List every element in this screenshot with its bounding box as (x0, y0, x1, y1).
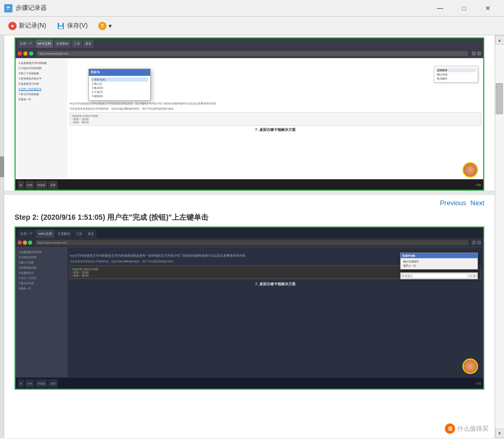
save-icon (57, 22, 65, 30)
sim-context-menu: 选项菜单 确认完成 取消操作 (434, 66, 478, 83)
scroll-thumb[interactable] (496, 83, 503, 114)
sim-sidebar-item-7: 7.第七行内容标题 (18, 91, 65, 97)
sim-doc-content: Axi文字内容描述文字内容描述文字内容描述说明这里有一段详细的文字内容介绍了相关… (70, 102, 481, 132)
dark-taskbar-item-2: 浏览器 (35, 379, 47, 388)
svg-rect-5 (59, 26, 63, 29)
step-title-2: Step 2: (2020/9/16 1:51:05) 用户在"完成 (按钮)"… (15, 213, 484, 222)
sim-browser-tabs: 百度一下 WPS文档 百度翻译 工具 更多 (16, 38, 483, 49)
dark-sim-main: 完成对话框 确认完成操作 返回上一步 I ◁ ▷ ✓ (68, 247, 483, 377)
sim-browser-1: 百度一下 WPS文档 百度翻译 工具 更多 https://www.exampl… (16, 38, 483, 191)
dark-sidebar-item-4: 4.还有更多内容 (18, 265, 65, 270)
sim-tab-3: 百度翻译 (54, 39, 71, 48)
svg-rect-0 (6, 6, 11, 11)
dark-sidebar-item-3: 3.第三个内容 (18, 260, 65, 265)
close-button[interactable]: ✕ (476, 0, 500, 17)
bottom-spacer (4, 395, 495, 405)
window-controls: — □ ✕ (428, 0, 500, 17)
new-record-icon: ● (8, 22, 17, 30)
help-button[interactable]: ? ▾ (94, 20, 116, 32)
sim-code-block: 代码内容 示例文字说明 • 选项一 (完成) • 选项二 (取消) (70, 112, 481, 126)
sim-dialog-title: 另存为 (89, 69, 150, 76)
sim-taskbar-item-1: 文档 (25, 181, 34, 189)
maximize-button[interactable]: □ (452, 0, 476, 17)
center-content[interactable]: 百度一下 WPS文档 百度翻译 工具 更多 https://www.exampl… (4, 35, 495, 438)
divider-1 (4, 191, 495, 195)
step-nav: Previous Next (4, 195, 495, 211)
step-header-2: Step 2: (2020/9/16 1:51:05) 用户在"完成 (按钮)"… (4, 211, 495, 227)
sim-dialog-item-4: 4 工具(T) (91, 90, 148, 94)
app-title: 步骤记录器 (16, 4, 428, 12)
sim-tab-4: 工具 (72, 39, 82, 48)
left-sidebar (0, 35, 4, 438)
new-record-button[interactable]: ● 新记录(N) (4, 19, 50, 32)
screenshot-frame-1: 百度一下 WPS文档 百度翻译 工具 更多 https://www.exampl… (15, 37, 484, 191)
corner-avatar-2 (462, 358, 478, 374)
dark-sim-tab-4: 工具 (73, 230, 85, 238)
dark-floating-dialog: 完成对话框 确认完成操作 返回上一步 (400, 252, 478, 270)
save-button[interactable]: 保存(V) (52, 19, 92, 32)
dark-taskbar-time: 1:51 (476, 382, 481, 385)
previous-link[interactable]: Previous (440, 199, 467, 207)
dark-sim-browser: 百度一下 WPS文档 百度翻译 工具 更多 https://www.exampl… (16, 228, 483, 389)
scroll-down-arrow[interactable]: ▼ (495, 429, 505, 438)
sim-dialog-item-5: 5 帮助(H) (91, 94, 148, 98)
right-scrollbar[interactable]: ▲ ▼ (495, 35, 504, 438)
dark-sim-tabs: 百度一下 WPS文档 百度翻译 工具 更多 (16, 228, 483, 238)
scroll-up-arrow[interactable]: ▲ (495, 35, 505, 45)
main-toolbar: ● 新记录(N) 保存(V) ? ▾ (0, 17, 504, 35)
sim-dialog-item-2: 2 插入(I) (91, 82, 148, 86)
sim-sidebar-item-2: 2.介绍文字内容说明 (18, 65, 65, 71)
sim-tab-1: 百度一下 (18, 39, 34, 48)
dark-floating-toolbar: I ◁ ▷ ✓ ✕ (400, 272, 478, 280)
minimize-button[interactable]: — (428, 0, 452, 17)
watermark-text: 什么值得买 (457, 424, 488, 433)
dark-taskbar-start: ⊞ (18, 379, 24, 388)
dark-sim-tab-5: 更多 (85, 230, 97, 238)
dark-sim-tab-3: 百度翻译 (55, 230, 73, 238)
dark-sim-tab-1: 百度一下 (18, 230, 35, 238)
sim-dialog: 另存为 1 另存为(A) 2 插入(I) 3 格式(O) 4 工具(T) 5 帮… (88, 69, 151, 101)
dark-sidebar-item-8: 8.最后一行 (18, 286, 65, 291)
dark-taskbar-item-1: 文档 (25, 379, 34, 388)
svg-rect-2 (7, 9, 9, 9)
screenshot-inner-1: 百度一下 WPS文档 百度翻译 工具 更多 https://www.exampl… (16, 38, 483, 191)
watermark-logo: 值 (445, 423, 455, 434)
dark-taskbar: ⊞ 文档 浏览器 设置 1:51 (16, 377, 483, 389)
app-icon (4, 4, 12, 12)
sim-browser-body: 1.这是标题文字内容标题 2.介绍文字内容说明 3.第三个内容标题 4.还有更多… (16, 58, 483, 179)
sim-sidebar-item-5: 5.这是第五行内容 (18, 81, 65, 86)
svg-rect-4 (59, 23, 62, 25)
sim-browser-toolbar: https://www.example.com (16, 49, 483, 58)
dark-sim-tab-2: WPS文档 (36, 230, 55, 238)
sim-dialog-item-3: 3 格式(O) (91, 86, 148, 90)
next-link[interactable]: Next (470, 199, 484, 207)
dark-sim-toolbar: https://www.example.com (16, 238, 483, 247)
sim-tab-2: WPS文档 (35, 39, 53, 48)
help-icon: ? (98, 22, 107, 30)
dark-sidebar-item-2: 2.介绍文字内容 (18, 255, 65, 260)
dark-sidebar-item-6: 6.另外一行内容 (18, 275, 65, 281)
sim-main: 另存为 1 另存为(A) 2 插入(I) 3 格式(O) 4 工具(T) 5 帮… (68, 58, 483, 179)
sim-taskbar-item-2: 浏览器 (35, 181, 47, 189)
title-bar: 步骤记录器 — □ ✕ (0, 0, 504, 17)
main-content: 百度一下 WPS文档 百度翻译 工具 更多 https://www.exampl… (0, 35, 504, 438)
sim-sidebar-item-8: 8.最后一行 (18, 97, 65, 102)
sim-taskbar-item-3: 设置 (48, 181, 58, 189)
sim-sidebar-item-3: 3.第三个内容标题 (18, 71, 65, 76)
scroll-track[interactable] (495, 45, 505, 429)
dark-sidebar-item-5: 5.这是第五行 (18, 270, 65, 275)
sim-taskbar-start: ⊞ (18, 181, 24, 189)
sim-sidebar-item-6: 6.另外一行内容文字 (18, 86, 65, 91)
sim-dialog-item-1: 1 另存为(A) (91, 77, 148, 82)
sim-sidebar-item-1: 1.这是标题文字内容标题 (18, 60, 65, 65)
dark-sidebar-item-7: 7.第七行内容 (18, 281, 65, 286)
bottom-watermark: 值 什么值得买 (445, 423, 488, 434)
svg-rect-1 (7, 7, 10, 8)
screenshot-frame-2: 百度一下 WPS文档 百度翻译 工具 更多 https://www.exampl… (15, 227, 484, 390)
dark-sim-sidebar: 1.这是标题文字内容 2.介绍文字内容 3.第三个内容 4.还有更多内容 5.这… (16, 247, 68, 377)
dark-taskbar-item-3: 设置 (48, 379, 58, 388)
sidebar-tab[interactable] (0, 156, 4, 177)
dark-doc-heading: 7. 桌面右键卡顿解决方案 (70, 282, 481, 287)
dark-sidebar-item-1: 1.这是标题文字内容 (18, 249, 65, 255)
step-nav-links: Previous Next (440, 199, 484, 207)
